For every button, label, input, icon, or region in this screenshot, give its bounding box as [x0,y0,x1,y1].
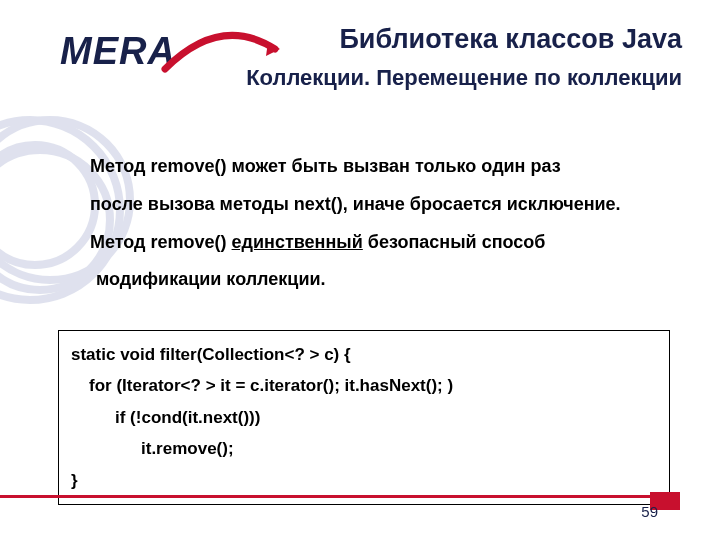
code-line: if (!cond(it.next())) [71,402,657,433]
logo-text: MERA [60,30,176,72]
slide-subtitle: Коллекции. Перемещение по коллекции [246,64,682,92]
paragraph-line: после вызова методы next(), иначе бросае… [90,186,680,224]
body-content: Метод remove() может быть вызван только … [90,148,680,299]
underlined-text: единственный [232,232,363,252]
slide-title: Библиотека классов Java [339,24,682,55]
code-line: } [71,465,657,496]
code-line: for (Iterator<? > it = c.iterator(); it.… [71,370,657,401]
svg-point-3 [0,145,95,265]
logo: MERA [60,30,176,73]
footer-divider [0,495,680,498]
paragraph-line: модификации коллекции. [90,261,680,299]
page-number: 59 [641,503,658,520]
paragraph-line: Метод remove() единственный безопасный с… [90,224,680,262]
code-line: static void filter(Collection<? > c) { [71,339,657,370]
text-span: Метод remove() [90,232,232,252]
code-line: it.remove(); [71,433,657,464]
text-span: безопасный способ [363,232,546,252]
code-snippet: static void filter(Collection<? > c) { f… [58,330,670,505]
paragraph-line: Метод remove() может быть вызван только … [90,148,680,186]
